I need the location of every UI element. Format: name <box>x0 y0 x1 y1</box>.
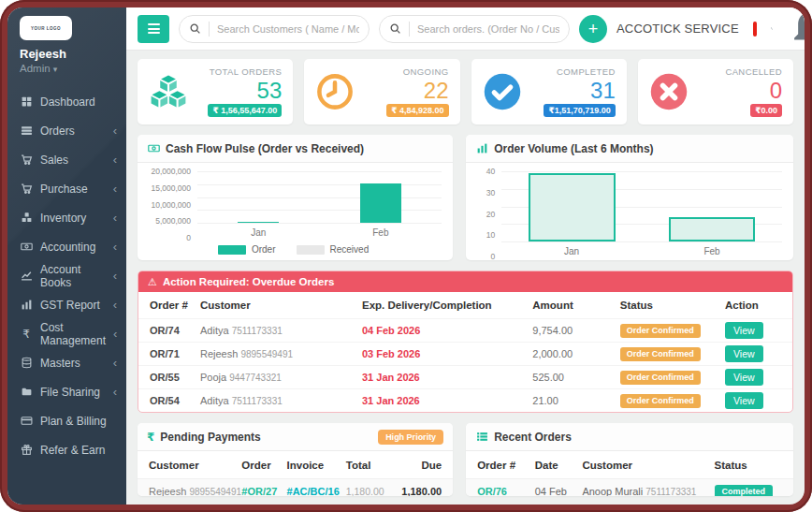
phone-icon[interactable] <box>771 21 774 37</box>
line-chart-icon <box>20 270 33 283</box>
y-tick-label: 10,000,000 <box>151 200 191 210</box>
cash-flow-chart-panel: Cash Flow Pulse (Order vs Received) 05,0… <box>138 135 453 260</box>
sidebar-item-plan-billing[interactable]: Plan & Billing <box>7 406 126 435</box>
sidebar-item-sales[interactable]: Sales ‹ <box>7 145 126 174</box>
invoice-link[interactable]: #AC/BC/16 <box>287 486 346 496</box>
cart-icon <box>20 154 33 167</box>
due-date: 31 Jan 2026 <box>362 395 532 406</box>
overdue-orders-panel: ⚠ Action Required: Overdue Orders Order … <box>138 271 793 413</box>
sidebar-item-inventory[interactable]: Inventory ‹ <box>7 203 126 232</box>
sidebar-item-label: Plan & Billing <box>40 415 107 428</box>
customer-name: Rejeesh <box>200 348 238 359</box>
cart-icon <box>20 183 33 196</box>
youtube-icon[interactable] <box>753 22 757 37</box>
y-tick-label: 40 <box>486 167 495 176</box>
status-badge: Order Confirmed <box>620 324 701 338</box>
y-tick-label: 0 <box>186 233 191 242</box>
customer-phone: 9447743321 <box>229 373 282 383</box>
sidebar-item-label: Account Books <box>40 263 106 289</box>
topbar: + ACCOTICK SERVICE 3 <box>126 7 805 51</box>
add-button[interactable]: + <box>579 15 607 43</box>
alert-title: Action Required: Overdue Orders <box>163 276 334 287</box>
menu-toggle-button[interactable] <box>138 15 169 43</box>
stat-cards: TOTAL ORDERS 53 ₹ 1,56,55,647.00 ONGOING… <box>138 59 793 124</box>
column-header: Order <box>241 460 286 471</box>
list-icon <box>475 431 488 444</box>
sidebar-item-masters[interactable]: Masters ‹ <box>7 348 126 377</box>
topbar-right: ACCOTICK SERVICE 3 <box>616 7 805 53</box>
panel-title: Recent Orders <box>494 431 572 444</box>
y-axis: 010203040 <box>473 171 501 256</box>
bell-icon <box>787 37 805 52</box>
customer-search-input[interactable] <box>217 23 359 35</box>
gridline <box>501 241 782 242</box>
amount: 2,000.00 <box>532 348 620 359</box>
x-tick-label: Jan <box>197 227 320 238</box>
search-icon <box>389 22 401 35</box>
company-name: ACCOTICK SERVICE <box>616 22 739 36</box>
chevron-left-icon: ‹ <box>113 212 117 224</box>
total-amount: 1,180.00 <box>346 486 391 496</box>
plot-area <box>501 171 782 242</box>
clock-icon <box>315 72 355 111</box>
user-role-dropdown[interactable]: Admin ▾ <box>20 63 126 74</box>
stat-amount-badge: ₹0.00 <box>750 104 782 117</box>
gridline <box>197 197 442 198</box>
view-button[interactable]: View <box>725 369 763 386</box>
stat-value: 22 <box>424 79 449 102</box>
column-header: Order # <box>477 460 535 471</box>
sidebar-item-gst-report[interactable]: GST Report ‹ <box>7 290 126 319</box>
rupee-icon: ₹ <box>147 431 154 444</box>
status-badge: Completed <box>715 485 774 497</box>
table-row: OR/55 Pooja 9447743321 31 Jan 2026 525.0… <box>138 365 792 388</box>
chevron-left-icon: ‹ <box>113 241 117 253</box>
notifications-button[interactable]: 3 <box>787 7 805 53</box>
sidebar-item-accounting[interactable]: Accounting ‹ <box>7 232 126 261</box>
sidebar-item-orders[interactable]: Orders ‹ <box>7 116 126 145</box>
view-button[interactable]: View <box>725 392 763 409</box>
chevron-left-icon: ‹ <box>113 299 117 311</box>
order-link[interactable]: OR/76 <box>477 486 535 496</box>
chevron-left-icon: ‹ <box>113 183 117 195</box>
column-header: Status <box>620 300 725 311</box>
view-button[interactable]: View <box>725 345 763 362</box>
gridline <box>197 171 442 172</box>
customer-name: Aditya <box>200 325 229 336</box>
chart-body: 010203040 JanFeb <box>466 163 793 260</box>
panel-header: Order Volume (Last 6 Months) <box>466 135 793 163</box>
status-badge: Order Confirmed <box>620 371 701 385</box>
y-axis: 05,000,00010,000,00015,000,00020,000,000 <box>145 171 197 238</box>
sidebar-item-refer-earn[interactable]: Refer & Earn <box>7 435 126 464</box>
view-button[interactable]: View <box>725 322 763 339</box>
column-header: Total <box>346 460 391 471</box>
status-badge: Order Confirmed <box>620 394 701 408</box>
panel-title: Pending Payments <box>160 431 260 444</box>
app-window: YOUR LOGO Rejeesh Admin ▾ Dashboard Orde… <box>7 7 805 505</box>
y-tick-label: 20 <box>486 210 495 219</box>
legend-label: Received <box>330 244 370 255</box>
legend-swatch <box>218 245 246 255</box>
column-header: Status <box>715 460 782 471</box>
folder-icon <box>20 386 33 399</box>
sidebar-item-dashboard[interactable]: Dashboard <box>7 87 126 116</box>
legend-item-order: Order <box>218 244 276 255</box>
customer-name: Rejeesh <box>149 486 186 496</box>
chart-title: Order Volume (Last 6 Months) <box>494 142 653 155</box>
customer-name: Pooja <box>200 372 226 383</box>
chevron-left-icon: ‹ <box>113 328 117 340</box>
order-id: OR/55 <box>150 372 200 383</box>
credit-card-icon <box>20 415 33 428</box>
column-header: Due <box>391 460 442 471</box>
rupee-icon: ₹ <box>20 328 33 341</box>
recent-orders-panel: Recent Orders Order # Date Customer Stat… <box>466 423 793 496</box>
sidebar-item-file-sharing[interactable]: File Sharing ‹ <box>7 377 126 406</box>
sidebar-item-account-books[interactable]: Account Books ‹ <box>7 261 126 290</box>
chevron-left-icon: ‹ <box>113 124 117 137</box>
order-link[interactable]: #OR/27 <box>241 486 286 496</box>
sidebar-item-purchase[interactable]: Purchase ‹ <box>7 174 126 203</box>
order-search <box>379 15 570 43</box>
stat-value: 31 <box>590 79 616 102</box>
order-search-input[interactable] <box>417 23 559 35</box>
sidebar-item-label: Purchase <box>40 183 88 196</box>
sidebar-item-cost-management[interactable]: ₹ Cost Management ‹ <box>7 319 126 348</box>
